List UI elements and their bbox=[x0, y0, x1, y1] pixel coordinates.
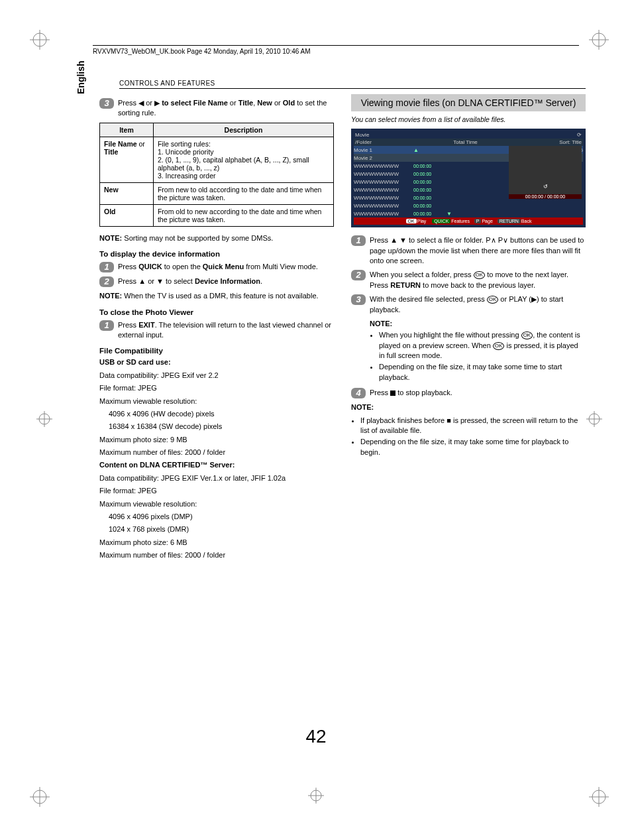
list-time: 00:00:00 bbox=[413, 204, 447, 208]
down-arrow-icon bbox=[156, 277, 164, 285]
compat-line: Data compatibility: JPEG Exif ver 2.2 bbox=[99, 371, 334, 381]
dlna-line: File format: JPEG bbox=[99, 486, 334, 496]
heading-file-compat: File Compatibility bbox=[99, 347, 334, 355]
heading-device-info: To display the device information bbox=[99, 250, 334, 258]
cell-item: New bbox=[100, 182, 154, 204]
crop-mark-icon bbox=[30, 787, 50, 807]
device-step2: Press or to select Device Information. bbox=[118, 276, 334, 287]
movie-step3: With the desired file selected, press OK… bbox=[370, 294, 586, 384]
ui-col-time: Total Time bbox=[453, 139, 477, 145]
down-arrow-icon: ▼ bbox=[447, 211, 452, 217]
sub-usb: USB or SD card use: bbox=[99, 357, 334, 367]
dlna-line: 4096 x 4096 pixels (DMP) bbox=[99, 512, 334, 522]
list-item: WWWWWWWWW bbox=[354, 195, 413, 201]
list-item: WWWWWWWWW bbox=[354, 171, 413, 177]
list-time: 00:00:00 bbox=[413, 196, 447, 200]
cell-desc: File sorting rules: 1. Unicode priority … bbox=[153, 137, 333, 182]
step-badge-3: 3 bbox=[351, 294, 366, 305]
step3-text: Press or to select File Name or Title, N… bbox=[118, 98, 334, 119]
heading-close-viewer: To close the Photo Viewer bbox=[99, 308, 334, 316]
note-item: Depending on the file size, it may take … bbox=[379, 362, 586, 383]
right-column: Viewing movie files (on DLNA CERTIFIED™ … bbox=[351, 94, 586, 564]
cell-desc: From old to new according to the date an… bbox=[153, 204, 333, 226]
movie-list-ui-preview: Movie ⟳ /Folder Total Time Sort: Title M… bbox=[351, 129, 586, 227]
dlna-line: Maximum number of files: 2000 / folder bbox=[99, 550, 334, 560]
dlna-line: 1024 x 768 pixels (DMR) bbox=[99, 524, 334, 534]
note-sorting: NOTE: Sorting may not be supported by so… bbox=[99, 233, 334, 243]
compat-line: 16384 x 16384 (SW decode) pixels bbox=[99, 422, 334, 432]
left-column: 3 Press or to select File Name or Title,… bbox=[99, 94, 334, 564]
note-item: Depending on the file size, it may take … bbox=[360, 437, 586, 457]
note-label: NOTE: bbox=[370, 319, 586, 329]
list-item: WWWWWWWWW bbox=[354, 187, 413, 193]
device-step1: Press QUICK to open the Quick Menu from … bbox=[118, 262, 334, 272]
compat-line: 4096 x 4096 (HW decode) pixels bbox=[99, 409, 334, 419]
ui-elapsed: 00:00:00 / 00:00:00 bbox=[509, 194, 582, 199]
movie-step1: Press ▲ ▼ to select a file or folder. P∧… bbox=[370, 235, 586, 266]
ui-title: Movie bbox=[355, 132, 369, 138]
step-badge-1: 1 bbox=[351, 235, 366, 246]
list-time: 00:00:00 bbox=[413, 172, 447, 176]
step-badge-2: 2 bbox=[99, 276, 114, 287]
crop-mark-icon bbox=[589, 30, 609, 50]
language-tab: English bbox=[73, 55, 89, 99]
list-item: Movie 1 bbox=[354, 147, 413, 153]
step-badge-2: 2 bbox=[351, 270, 366, 280]
ok-button-icon: OK bbox=[474, 271, 486, 279]
dlna-line: Maximum photo size: 6 MB bbox=[99, 538, 334, 548]
repeat-icon: ↺ bbox=[509, 184, 582, 190]
compat-line: Maximum number of files: 2000 / folder bbox=[99, 448, 334, 457]
page-number: 42 bbox=[0, 726, 632, 747]
step-badge-1: 1 bbox=[99, 320, 114, 331]
crop-mark-icon bbox=[308, 788, 324, 804]
compat-line: Maximum viewable resolution: bbox=[99, 396, 334, 406]
dlna-line: Maximum viewable resolution: bbox=[99, 499, 334, 509]
refresh-icon: ⟳ bbox=[577, 132, 582, 138]
cell-item: File Name or Title bbox=[100, 137, 154, 182]
cell-item: Old bbox=[100, 204, 154, 226]
list-item: WWWWWWWWW bbox=[354, 179, 413, 185]
list-time: 00:00:00 bbox=[413, 188, 447, 192]
ui-sort: Sort: Title bbox=[559, 139, 582, 145]
th-desc: Description bbox=[153, 123, 333, 137]
section-banner: Viewing movie files (on DLNA CERTIFIED™ … bbox=[351, 94, 586, 111]
close-step1: Press EXIT. The television will return t… bbox=[118, 320, 334, 341]
step-badge-4: 4 bbox=[351, 388, 366, 398]
section-header: CONTROLS AND FEATURES bbox=[119, 80, 586, 89]
list-time: 00:00:00 bbox=[413, 211, 447, 216]
list-time: 00:00:00 bbox=[413, 164, 447, 168]
crop-mark-icon bbox=[586, 411, 602, 427]
preview-pane: ↺ 00:00:00 / 00:00:00 bbox=[509, 146, 582, 199]
crop-mark-icon bbox=[36, 411, 52, 427]
ok-button-icon: OK bbox=[487, 296, 499, 304]
play-icon bbox=[531, 295, 537, 303]
list-time: 00:00:00 bbox=[413, 180, 447, 184]
sorting-rules-table: Item Description File Name or Title File… bbox=[99, 123, 334, 227]
step-badge-1: 1 bbox=[99, 262, 114, 272]
th-item: Item bbox=[100, 123, 154, 137]
crop-mark-icon bbox=[589, 787, 609, 807]
step-badge-3: 3 bbox=[99, 98, 114, 109]
compat-line: File format: JPEG bbox=[99, 383, 334, 393]
list-item: WWWWWWWWW bbox=[354, 211, 413, 217]
compat-line: Maximum photo size: 9 MB bbox=[99, 435, 334, 445]
up-arrow-icon: ▲ bbox=[413, 147, 419, 153]
ok-button-icon: OK bbox=[493, 342, 505, 350]
crop-mark-icon bbox=[30, 30, 50, 50]
note-list: When you highlight the file without pres… bbox=[370, 330, 586, 383]
stop-icon bbox=[390, 390, 395, 396]
dlna-line: Data compatibility: JPEG EXIF Ver.1.x or… bbox=[99, 473, 334, 483]
note-item: When you highlight the file without pres… bbox=[379, 330, 586, 361]
up-arrow-icon bbox=[138, 277, 146, 285]
note-item: If playback finishes before ■ is pressed… bbox=[360, 416, 586, 436]
list-item: Movie 2 bbox=[354, 155, 413, 161]
movie-step4: Press to stop playback. bbox=[370, 388, 586, 398]
note-label: NOTE: bbox=[351, 402, 586, 412]
ui-breadcrumb: /Folder bbox=[355, 139, 372, 145]
right-arrow-icon bbox=[154, 99, 160, 107]
list-item: WWWWWWWWW bbox=[354, 163, 413, 169]
movie-step2: When you select a folder, press OK to mo… bbox=[370, 270, 586, 290]
note-list: If playback finishes before ■ is pressed… bbox=[351, 416, 586, 458]
cell-desc: From new to old according to the date an… bbox=[153, 182, 333, 204]
sub-dlna: Content on DLNA CERTIFIED™ Server: bbox=[99, 460, 334, 470]
